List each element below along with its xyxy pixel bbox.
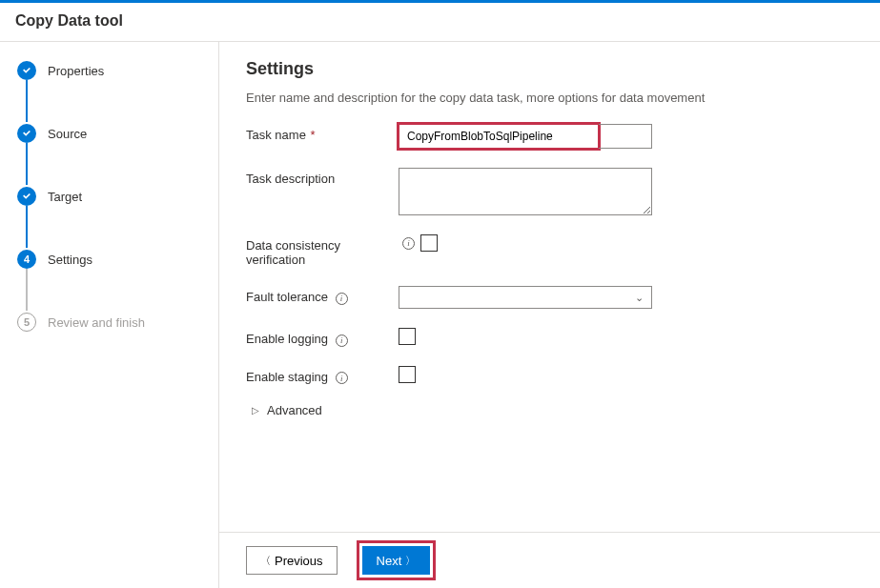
info-icon[interactable]: i — [336, 335, 348, 347]
step-label: Properties — [48, 64, 104, 78]
checkmark-icon — [17, 61, 36, 80]
step-label: Review and finish — [48, 315, 145, 330]
checkmark-icon — [17, 187, 36, 206]
wizard-steps: Properties Source Target — [17, 59, 211, 334]
step-connector — [26, 206, 28, 248]
page-title: Copy Data tool — [15, 12, 865, 30]
info-icon[interactable]: i — [402, 237, 415, 250]
section-title: Settings — [246, 59, 853, 79]
row-task-description: Task description — [246, 168, 853, 215]
next-button[interactable]: Next 〉 — [362, 546, 431, 575]
info-icon[interactable]: i — [336, 372, 348, 384]
label-enable-logging: Enable logging i — [246, 328, 399, 347]
info-icon[interactable]: i — [336, 293, 348, 305]
enable-staging-checkbox[interactable] — [399, 366, 416, 383]
body: Properties Source Target — [0, 42, 880, 588]
chevron-down-icon: ⌄ — [635, 292, 644, 304]
app-root: Copy Data tool Properties Source — [0, 0, 880, 588]
checkmark-icon — [17, 124, 36, 143]
step-source[interactable]: Source — [17, 122, 211, 145]
header: Copy Data tool — [0, 3, 880, 42]
advanced-label: Advanced — [267, 403, 322, 417]
step-label: Target — [48, 190, 82, 204]
previous-button[interactable]: 〈 Previous — [246, 546, 338, 575]
step-label: Settings — [48, 253, 92, 267]
step-number-icon: 5 — [17, 313, 36, 332]
step-properties[interactable]: Properties — [17, 59, 211, 82]
chevron-left-icon: 〈 — [260, 554, 271, 568]
fault-tolerance-select[interactable]: ⌄ — [399, 286, 652, 309]
enable-logging-checkbox[interactable] — [399, 328, 416, 345]
section-subtitle: Enter name and description for the copy … — [246, 91, 853, 105]
step-target[interactable]: Target — [17, 185, 211, 208]
step-label: Source — [48, 127, 87, 141]
step-review: 5 Review and finish — [17, 311, 211, 334]
data-consistency-checkbox[interactable] — [420, 234, 438, 252]
row-enable-staging: Enable staging i — [246, 366, 853, 385]
row-data-consistency: Data consistency verification i — [246, 234, 853, 267]
label-task-name: Task name * — [246, 124, 399, 142]
step-connector — [26, 143, 28, 185]
task-description-input[interactable] — [399, 168, 652, 215]
task-name-input[interactable] — [399, 124, 599, 149]
label-data-consistency: Data consistency verification — [246, 234, 399, 267]
row-fault-tolerance: Fault tolerance i ⌄ — [246, 286, 853, 309]
step-connector — [26, 269, 28, 311]
label-task-description: Task description — [246, 168, 399, 186]
advanced-toggle[interactable]: ▷ Advanced — [246, 403, 853, 417]
row-enable-logging: Enable logging i — [246, 328, 853, 347]
chevron-right-icon: 〉 — [405, 554, 416, 568]
chevron-right-icon: ▷ — [252, 405, 259, 416]
step-connector — [26, 80, 28, 122]
step-number-icon: 4 — [17, 250, 36, 269]
content-area: Settings Enter name and description for … — [219, 42, 880, 532]
required-asterisk: * — [311, 128, 316, 142]
label-enable-staging: Enable staging i — [246, 366, 399, 385]
task-name-input-extra[interactable] — [599, 124, 652, 149]
wizard-sidebar: Properties Source Target — [0, 42, 219, 588]
label-fault-tolerance: Fault tolerance i — [246, 286, 399, 305]
step-settings[interactable]: 4 Settings — [17, 248, 211, 271]
row-task-name: Task name * — [246, 124, 853, 149]
footer-bar: 〈 Previous Next 〉 — [219, 532, 880, 588]
main-panel: Settings Enter name and description for … — [219, 42, 880, 588]
